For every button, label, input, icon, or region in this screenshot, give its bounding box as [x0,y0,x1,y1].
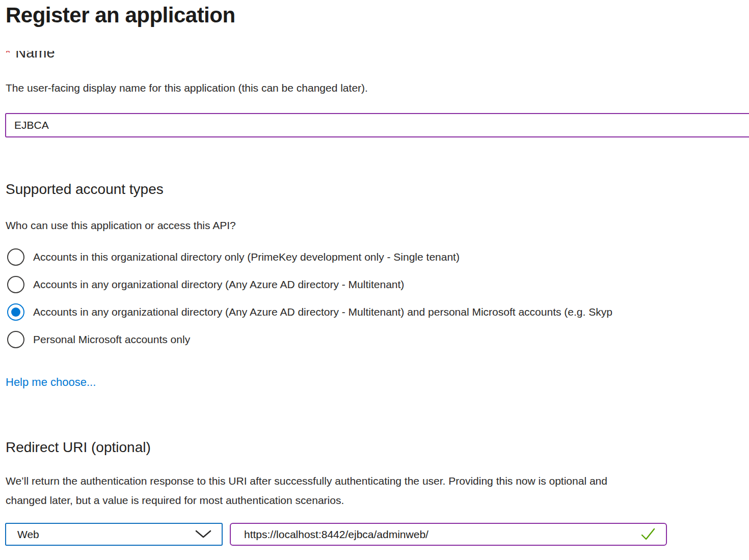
radio-option-label: Accounts in any organizational directory… [33,306,612,318]
radio-option-label: Accounts in this organizational director… [33,251,460,263]
app-name-input[interactable] [5,113,749,137]
radio-unselected-icon[interactable] [7,276,24,293]
redirect-uri-input[interactable] [230,523,667,546]
radio-option-personal-only[interactable]: Personal Microsoft accounts only [7,331,190,348]
redirect-uri-field [230,523,667,546]
valid-checkmark-icon [640,527,656,541]
redirect-uri-heading: Redirect URI (optional) [6,439,151,456]
name-field-description: The user-facing display name for this ap… [6,82,368,94]
chevron-down-icon [195,530,211,539]
radio-unselected-icon[interactable] [7,331,24,348]
account-types-question: Who can use this application or access t… [6,219,236,232]
radio-unselected-icon[interactable] [7,248,24,266]
redirect-uri-description: We’ll return the authentication response… [6,471,607,510]
required-asterisk: * [5,51,11,61]
radio-option-single-tenant[interactable]: Accounts in this organizational director… [7,248,460,266]
radio-option-multitenant-personal[interactable]: Accounts in any organizational directory… [7,303,612,321]
platform-select-dropdown[interactable]: Web [5,523,223,546]
name-label-text: Name [15,51,55,61]
radio-selected-icon[interactable] [7,303,24,321]
supported-account-types-heading: Supported account types [6,181,164,198]
help-me-choose-link[interactable]: Help me choose... [6,376,96,389]
platform-selected-value: Web [17,528,39,541]
page-title: Register an application [6,3,235,27]
name-field-label: *Name [5,51,55,66]
redirect-description-line1: We’ll return the authentication response… [6,471,607,491]
radio-option-label: Accounts in any organizational directory… [33,278,404,291]
radio-option-label: Personal Microsoft accounts only [33,333,190,346]
redirect-description-line2: changed later, but a value is required f… [6,491,607,510]
radio-option-multitenant[interactable]: Accounts in any organizational directory… [7,276,404,293]
